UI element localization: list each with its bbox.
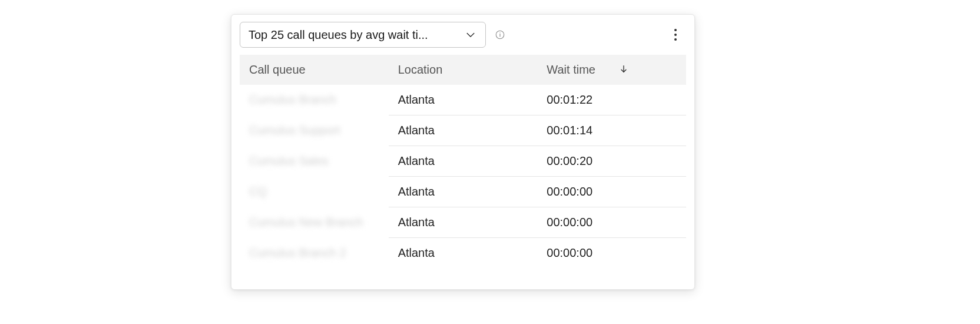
cell-location: Atlanta: [389, 85, 538, 115]
cell-queue: Cumulus Branch 2: [249, 246, 346, 259]
cell-queue: CQ: [249, 185, 267, 198]
call-queue-card: Top 25 call queues by avg wait ti... Cal…: [231, 14, 695, 290]
metric-dropdown-label: Top 25 call queues by avg wait ti...: [249, 28, 428, 42]
more-menu-button[interactable]: [668, 28, 683, 42]
call-queue-table: Call queue Location Wait time Cumulus B: [240, 55, 686, 268]
cell-location: Atlanta: [389, 146, 538, 177]
col-header-wait-label: Wait time: [547, 63, 595, 77]
table-row[interactable]: CQ Atlanta 00:00:00: [240, 177, 686, 207]
cell-queue: Cumulus Sales: [249, 154, 329, 167]
cell-queue: Cumulus New Branch: [249, 216, 363, 229]
table-header-row: Call queue Location Wait time: [240, 55, 686, 85]
table-row[interactable]: Cumulus Support Atlanta 00:01:14: [240, 115, 686, 146]
col-header-location[interactable]: Location: [389, 55, 538, 85]
cell-wait: 00:00:00: [537, 207, 686, 238]
cell-queue: Cumulus Support: [249, 124, 340, 137]
metric-dropdown[interactable]: Top 25 call queues by avg wait ti...: [240, 22, 486, 48]
table-container: Call queue Location Wait time Cumulus B: [231, 55, 694, 274]
cell-wait: 00:01:22: [537, 85, 686, 115]
cell-location: Atlanta: [389, 177, 538, 207]
sort-desc-icon: [619, 63, 628, 77]
chevron-down-icon: [464, 28, 477, 41]
cell-wait: 00:00:20: [537, 146, 686, 177]
cell-queue: Cumulus Branch: [249, 93, 336, 106]
info-icon[interactable]: [494, 29, 506, 41]
cell-location: Atlanta: [389, 207, 538, 238]
cell-wait: 00:00:00: [537, 177, 686, 207]
cell-location: Atlanta: [389, 238, 538, 269]
col-header-wait[interactable]: Wait time: [537, 55, 686, 85]
table-row[interactable]: Cumulus Sales Atlanta 00:00:20: [240, 146, 686, 177]
table-row[interactable]: Cumulus New Branch Atlanta 00:00:00: [240, 207, 686, 238]
kebab-icon: [674, 29, 677, 41]
svg-point-2: [499, 32, 500, 33]
cell-location: Atlanta: [389, 115, 538, 146]
card-toolbar: Top 25 call queues by avg wait ti...: [231, 15, 694, 55]
col-header-queue[interactable]: Call queue: [240, 55, 389, 85]
cell-wait: 00:00:00: [537, 238, 686, 269]
table-row[interactable]: Cumulus Branch Atlanta 00:01:22: [240, 85, 686, 115]
table-row[interactable]: Cumulus Branch 2 Atlanta 00:00:00: [240, 238, 686, 269]
cell-wait: 00:01:14: [537, 115, 686, 146]
